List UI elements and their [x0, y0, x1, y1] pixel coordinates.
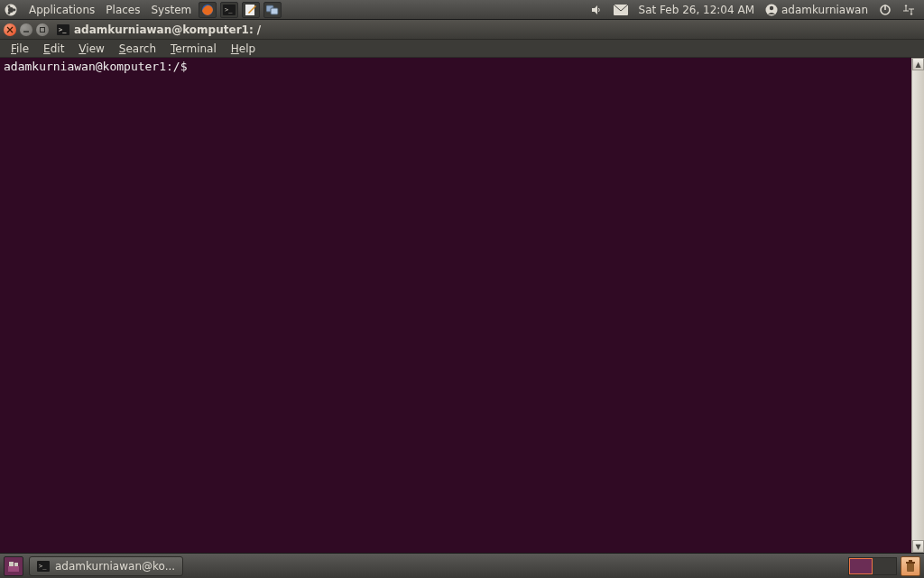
- svg-point-1: [8, 7, 14, 13]
- shell-prompt: adamkurniawan@komputer1:/$: [4, 60, 194, 73]
- svg-rect-10: [271, 8, 278, 14]
- window-minimize-button[interactable]: [20, 23, 32, 36]
- trash-icon[interactable]: [901, 556, 920, 576]
- svg-rect-29: [909, 560, 912, 562]
- window-title-bar[interactable]: >_ adamkurniawan@komputer1: /: [0, 20, 924, 40]
- user-menu[interactable]: adamkurniawan: [760, 4, 873, 16]
- taskbar-label: adamkurniawan@ko...: [55, 560, 175, 573]
- svg-marker-16: [905, 5, 908, 6]
- menu-terminal[interactable]: Terminal: [163, 42, 224, 56]
- menu-edit[interactable]: Edit: [36, 42, 71, 56]
- svg-rect-27: [907, 563, 914, 572]
- svg-text:>_: >_: [59, 26, 67, 33]
- workspace-2[interactable]: [873, 558, 896, 574]
- text-editor-launcher-icon[interactable]: [242, 2, 260, 18]
- username-label: adamkurniawan: [781, 4, 868, 16]
- svg-point-4: [8, 12, 11, 14]
- terminal-app-icon: >_: [56, 23, 70, 37]
- svg-text:>_: >_: [225, 6, 233, 14]
- menu-search[interactable]: Search: [112, 42, 163, 56]
- firefox-launcher-icon[interactable]: [199, 2, 217, 18]
- show-desktop-button[interactable]: [4, 556, 23, 576]
- svg-text:>_: >_: [39, 563, 47, 570]
- scroll-up-button[interactable]: ▲: [912, 58, 924, 70]
- ubuntu-logo-icon[interactable]: [4, 3, 18, 17]
- scroll-down-button[interactable]: ▼: [912, 540, 924, 553]
- terminal-icon: >_: [37, 561, 50, 572]
- menu-help[interactable]: Help: [224, 42, 263, 56]
- menu-file[interactable]: File: [4, 42, 36, 56]
- terminal-area: adamkurniawan@komputer1:/$ ▲ ▼: [0, 58, 924, 553]
- terminal-output[interactable]: adamkurniawan@komputer1:/$: [0, 58, 911, 553]
- window-maximize-button[interactable]: [36, 23, 49, 36]
- window-close-button[interactable]: [4, 23, 16, 36]
- clock[interactable]: Sat Feb 26, 12:04 AM: [633, 4, 760, 16]
- svg-rect-28: [906, 562, 915, 564]
- places-menu[interactable]: Places: [100, 4, 145, 16]
- taskbar-terminal-button[interactable]: >_ adamkurniawan@ko...: [29, 556, 183, 576]
- bottom-panel: >_ adamkurniawan@ko...: [0, 553, 924, 578]
- volume-icon[interactable]: [585, 4, 608, 16]
- svg-rect-23: [9, 562, 14, 566]
- vertical-scrollbar[interactable]: ▲ ▼: [911, 58, 924, 553]
- system-menu[interactable]: System: [145, 4, 197, 16]
- terminal-launcher-icon[interactable]: >_: [220, 2, 238, 18]
- svg-rect-8: [245, 5, 254, 15]
- power-icon[interactable]: [873, 4, 897, 16]
- network-icon[interactable]: [897, 4, 920, 16]
- window-title: adamkurniawan@komputer1: /: [74, 23, 261, 36]
- svg-rect-19: [41, 27, 45, 32]
- svg-point-13: [770, 5, 773, 9]
- svg-marker-17: [910, 14, 913, 15]
- workspace-1[interactable]: [849, 558, 873, 574]
- applications-menu[interactable]: Applications: [23, 4, 100, 16]
- svg-point-2: [14, 8, 16, 11]
- svg-point-3: [8, 5, 11, 8]
- top-panel: Applications Places System >_ Sat Feb 26…: [0, 0, 924, 20]
- menu-view[interactable]: View: [71, 42, 111, 56]
- workspace-switcher[interactable]: [848, 557, 897, 575]
- svg-rect-22: [8, 566, 19, 572]
- remote-desktop-launcher-icon[interactable]: [263, 2, 282, 18]
- mail-icon[interactable]: [608, 5, 633, 15]
- menu-bar: File Edit View Search Terminal Help: [0, 40, 924, 58]
- svg-rect-24: [14, 563, 18, 566]
